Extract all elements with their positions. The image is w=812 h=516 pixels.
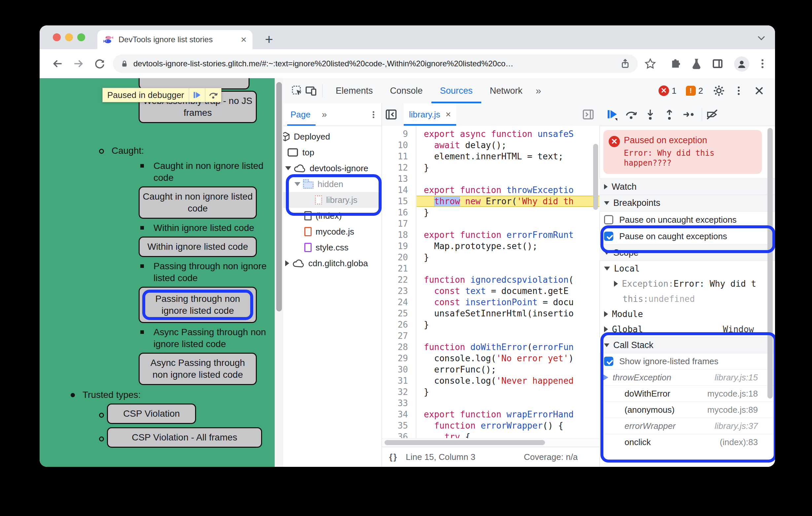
open-right-panel-icon[interactable] [582,108,595,121]
browser-tab[interactable]: DevTools ignore list stories × [97,30,253,49]
forward-icon[interactable] [72,58,85,70]
minimize-window-icon[interactable] [65,33,73,41]
checkbox-checked-icon[interactable] [604,232,613,241]
code-line[interactable]: function doWithError(errorFun [416,341,600,353]
code-line[interactable]: console.log('No error yet') [416,353,600,364]
inspect-element-icon[interactable] [290,84,304,97]
issues-badge[interactable]: !2 [686,86,703,96]
code-line[interactable]: export function errorFromRunt [416,229,600,241]
page-button[interactable]: Within ignore listed code [139,237,257,257]
deactivate-breakpoints-icon[interactable] [705,108,719,121]
code-line[interactable]: unsafeSetInnerHtml(insertio [416,308,600,319]
step-icon[interactable] [682,108,695,121]
code-line[interactable]: const text = document.getE [416,285,600,297]
pretty-print-icon[interactable]: {} [389,452,398,462]
scope-row[interactable]: this: undefined [600,291,775,306]
devtools-close-icon[interactable] [753,84,766,97]
code-line[interactable]: function errorWrapper() { [416,420,600,431]
file-tree-item[interactable]: Deployed [283,129,382,145]
step-out-icon[interactable] [663,108,676,121]
scope-row[interactable]: Module [600,306,775,322]
call-stack-section-header[interactable]: Call Stack [600,337,775,353]
code-line[interactable] [416,218,600,229]
page-button[interactable]: Async Passing through non ignore listed … [139,353,257,385]
step-over-icon[interactable] [205,88,221,102]
scope-expand-arrow-icon[interactable] [604,326,608,332]
tab-search-chevron-icon[interactable] [758,34,765,39]
editor-horizontal-scrollbar-thumb[interactable] [384,440,545,445]
code-editor[interactable]: 9101112131415161718192021222324252627282… [382,126,600,438]
new-tab-button[interactable]: + [260,31,278,49]
zoom-window-icon[interactable] [77,33,85,41]
file-tree-item[interactable]: (index) [283,208,382,224]
call-stack-frame[interactable]: (anonymous)mycode.js:89 [600,401,775,418]
reload-icon[interactable] [94,58,106,70]
devtools-tab-elements[interactable]: Elements [327,78,382,103]
collapse-left-panel-icon[interactable] [384,108,398,121]
scope-section-header[interactable]: Scope [600,244,775,261]
code-line[interactable]: function ignoredcspviolation( [416,274,600,285]
call-stack-frame[interactable]: onclick(index):83 [600,434,775,450]
tree-expand-arrow-icon[interactable] [285,166,291,170]
editor-tab-close-icon[interactable]: × [445,109,451,120]
call-stack-frame[interactable]: doWithErrormycode.js:18 [600,385,775,401]
page-button[interactable]: Passing through non ignore listed code [139,287,257,323]
resume-script-icon[interactable] [605,108,618,121]
browser-menu-dots-icon[interactable] [757,58,768,70]
file-tree-item[interactable]: hidden [283,176,382,192]
bookmark-star-icon[interactable] [644,58,656,70]
url-bar[interactable]: devtools-ignore-list-stories.glitch.me/#… [113,55,638,73]
scope-expand-arrow-icon[interactable] [614,281,618,287]
share-icon[interactable] [620,58,631,69]
scope-expand-arrow-icon[interactable] [604,267,610,271]
devtools-tab-network[interactable]: Network [481,78,531,103]
page-button[interactable]: CSP Violation - All frames [107,427,262,448]
breakpoints-section-header[interactable]: Breakpoints [600,195,775,211]
code-line[interactable]: const insertionPoint = docu [416,297,600,308]
watch-section-header[interactable]: Watch [600,179,775,195]
scope-expand-arrow-icon[interactable] [604,311,608,317]
resume-icon[interactable] [189,88,205,102]
device-toolbar-icon[interactable] [304,84,318,97]
close-window-icon[interactable] [53,33,61,41]
file-tree-item[interactable]: mycode.js [283,224,382,240]
side-panel-icon[interactable] [712,58,724,70]
console-errors-badge[interactable]: ✕1 [659,86,676,96]
scope-row[interactable]: Exception: Error: Why did t [600,276,775,291]
code-line[interactable] [416,173,600,184]
extensions-puzzle-icon[interactable] [669,58,681,70]
step-over-icon[interactable] [625,108,638,121]
scope-row[interactable]: Local [600,261,775,276]
file-tree-item[interactable]: style.css [283,240,382,255]
show-ignore-listed-checkbox[interactable] [604,357,613,366]
code-line[interactable]: } [416,386,600,398]
navigator-menu-dots-icon[interactable] [373,111,374,113]
call-stack-frame[interactable]: throwExceptionlibrary.js:15 [600,369,775,385]
code-line[interactable]: console.log('Never happened [416,375,600,386]
devtools-menu-dots-icon[interactable] [732,84,745,97]
code-line[interactable]: } [416,319,600,330]
code-line[interactable] [416,263,600,274]
code-line[interactable]: element.innerHTML = text; [416,151,600,162]
show-ignore-listed-frames-row[interactable]: Show ignore-listed frames [600,353,775,369]
more-tabs-icon[interactable]: » [531,85,546,96]
breakpoint-row[interactable]: Pause on caught exceptions [600,228,775,244]
breakpoint-row[interactable]: Pause on uncaught exceptions [600,211,775,228]
code-line[interactable] [416,330,600,341]
file-tree-item[interactable]: top [283,145,382,160]
code-line[interactable]: } [416,252,600,263]
file-tree-item[interactable]: devtools-ignore [283,160,382,176]
editor-vertical-scrollbar-thumb[interactable] [593,144,598,210]
editor-horizontal-scrollbar[interactable] [382,438,600,447]
tree-expand-arrow-icon[interactable] [294,182,300,186]
navigator-more-tabs-icon[interactable]: » [322,109,327,120]
tree-expand-arrow-icon[interactable] [285,260,289,266]
code-line[interactable]: export async function unsafeS [416,128,600,140]
devtools-tab-console[interactable]: Console [382,78,431,103]
devtools-tab-sources[interactable]: Sources [431,78,481,103]
settings-gear-icon[interactable] [712,84,726,97]
file-tree-item[interactable]: cdn.glitch.globa [283,255,382,271]
code-line[interactable] [416,398,600,409]
code-line[interactable]: try { [416,431,600,438]
step-into-icon[interactable] [644,108,657,121]
